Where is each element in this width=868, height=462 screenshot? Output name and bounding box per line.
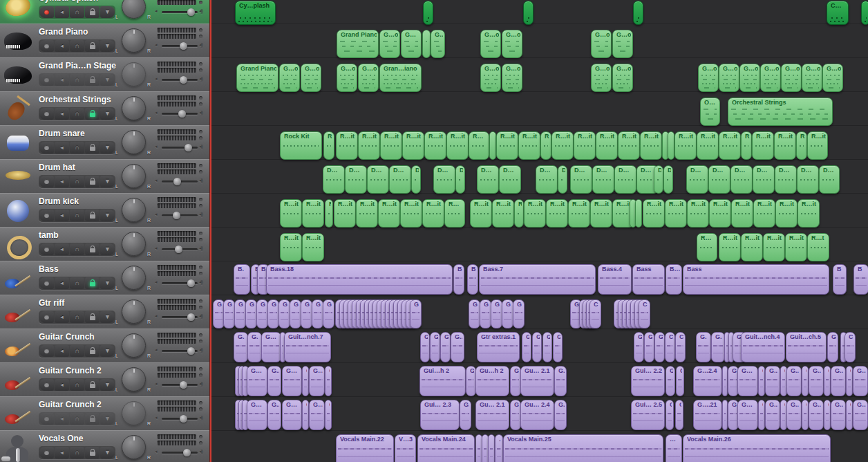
region[interactable]: C xyxy=(325,400,332,430)
region[interactable]: Guit…ch.5 xyxy=(786,332,827,362)
region[interactable] xyxy=(668,131,674,160)
region[interactable]: G.. xyxy=(267,400,281,430)
mute-button[interactable]: ◂ xyxy=(55,413,69,425)
region[interactable]: D… xyxy=(499,165,521,194)
disclosure-button[interactable]: ▼ xyxy=(100,243,115,255)
region[interactable]: G. xyxy=(460,400,471,430)
region[interactable]: G… xyxy=(247,366,267,396)
volume-slider-thumb[interactable] xyxy=(187,8,195,16)
mute-button[interactable]: ◂ xyxy=(55,40,69,52)
region[interactable]: R…it xyxy=(551,131,574,160)
region[interactable]: G…o xyxy=(379,30,400,58)
region[interactable] xyxy=(722,400,728,430)
volume-slider-thumb[interactable] xyxy=(173,212,180,219)
solo-button[interactable]: ∩ xyxy=(70,311,84,323)
timeline-track-lane[interactable]: Grand PianoG…oG…oG…oG…oGran…ianoG…oG…oG…… xyxy=(211,57,868,92)
volume-slider-thumb[interactable] xyxy=(173,178,181,185)
region[interactable]: R…it xyxy=(400,199,422,228)
region[interactable]: C xyxy=(675,332,686,362)
region[interactable]: Gui… 2.5 xyxy=(631,400,665,430)
region[interactable]: R…it xyxy=(470,199,492,228)
timeline-track-lane[interactable]: Rock KitRR…itR…itR…itR…itR…itR…itR…R…itR… xyxy=(211,125,868,160)
volume-slider[interactable] xyxy=(162,452,198,454)
mute-button[interactable]: ◂ xyxy=(55,379,69,391)
disclosure-button[interactable]: ▼ xyxy=(100,142,115,154)
region[interactable]: G.. xyxy=(786,366,802,396)
volume-slider[interactable] xyxy=(162,248,198,250)
region[interactable]: G…o xyxy=(591,64,612,92)
region[interactable]: R xyxy=(325,199,333,228)
mute-button[interactable]: ◂ xyxy=(55,6,69,18)
mute-button[interactable]: ◂ xyxy=(55,311,69,323)
region[interactable]: G xyxy=(491,299,502,329)
region[interactable]: D… xyxy=(708,165,730,194)
region[interactable]: R…it xyxy=(807,131,828,160)
region[interactable] xyxy=(635,199,642,228)
volume-slider[interactable] xyxy=(162,11,198,13)
region[interactable]: G xyxy=(301,299,312,329)
scrollbar-thumb[interactable] xyxy=(1,456,10,461)
record-enable-button[interactable] xyxy=(39,345,54,357)
region[interactable]: B xyxy=(853,264,868,295)
volume-slider-thumb[interactable] xyxy=(187,347,195,355)
region[interactable]: D… xyxy=(323,165,345,194)
region[interactable]: G…o xyxy=(279,64,300,92)
region[interactable] xyxy=(633,1,643,25)
region[interactable]: G….21 xyxy=(693,400,722,430)
timeline-track-lane[interactable]: O…Orchestral Strings xyxy=(211,91,868,126)
region[interactable]: G…o xyxy=(739,64,760,92)
region[interactable]: G xyxy=(420,332,430,362)
region[interactable]: R…it xyxy=(356,199,378,228)
region[interactable]: G. xyxy=(827,332,838,362)
volume-slider[interactable] xyxy=(162,79,198,81)
region[interactable]: R…it xyxy=(334,199,356,228)
record-enable-button[interactable] xyxy=(39,413,54,425)
disclosure-button[interactable]: ▼ xyxy=(100,6,115,18)
volume-slider[interactable] xyxy=(162,181,198,183)
timeline-track-lane[interactable]: G…G..G…CG…CGui… 2.3G.Gu… 2.1G.Gu… 2.4G.G… xyxy=(211,396,868,431)
region[interactable]: C xyxy=(846,400,853,430)
region[interactable]: G…o xyxy=(781,64,802,92)
region[interactable]: Guit…nch.7 xyxy=(284,332,331,362)
region[interactable]: Gui… 2.2 xyxy=(631,366,665,396)
region[interactable]: R xyxy=(540,131,551,160)
lock-button[interactable] xyxy=(85,277,100,289)
solo-button[interactable]: ∩ xyxy=(70,142,84,154)
region[interactable]: G…o xyxy=(612,64,633,92)
pan-knob[interactable] xyxy=(122,401,146,425)
region[interactable]: R…it xyxy=(378,199,400,228)
region[interactable] xyxy=(523,1,534,25)
region[interactable]: R…it xyxy=(574,131,596,160)
region[interactable]: . xyxy=(495,434,503,462)
region[interactable]: R…it xyxy=(775,199,798,228)
region[interactable]: C… xyxy=(827,1,849,25)
region[interactable]: G xyxy=(312,299,323,329)
region[interactable]: C xyxy=(802,400,809,430)
region[interactable]: G xyxy=(502,299,513,329)
volume-slider[interactable] xyxy=(162,316,198,318)
solo-button[interactable]: ∩ xyxy=(70,108,84,120)
region[interactable]: Gu… 2.4 xyxy=(520,400,554,430)
pan-knob[interactable] xyxy=(122,130,146,154)
lock-button[interactable] xyxy=(85,345,100,357)
volume-slider-thumb[interactable] xyxy=(178,110,186,118)
record-enable-button[interactable] xyxy=(39,176,54,187)
region[interactable]: G xyxy=(440,332,451,362)
region[interactable]: G.. xyxy=(765,400,780,430)
region[interactable]: G.. xyxy=(786,400,802,430)
region[interactable]: B… xyxy=(666,264,682,295)
track-header[interactable]: Orchestral Strings◂∩▼LR◂◂)) xyxy=(0,91,209,126)
record-enable-button[interactable] xyxy=(39,142,54,154)
region[interactable]: R…it xyxy=(568,199,590,228)
region[interactable]: Gui… 2.3 xyxy=(420,400,460,430)
region[interactable]: R…it xyxy=(731,199,753,228)
volume-slider-thumb[interactable] xyxy=(187,313,195,321)
region[interactable]: G…o xyxy=(480,30,501,58)
volume-slider[interactable] xyxy=(162,282,198,284)
region[interactable]: D… xyxy=(686,165,708,194)
region[interactable]: Bass.7 xyxy=(479,264,596,295)
region[interactable]: Bass xyxy=(683,264,829,295)
region[interactable] xyxy=(488,434,495,462)
region[interactable]: D… xyxy=(389,165,411,194)
region[interactable]: R…it xyxy=(280,233,302,261)
